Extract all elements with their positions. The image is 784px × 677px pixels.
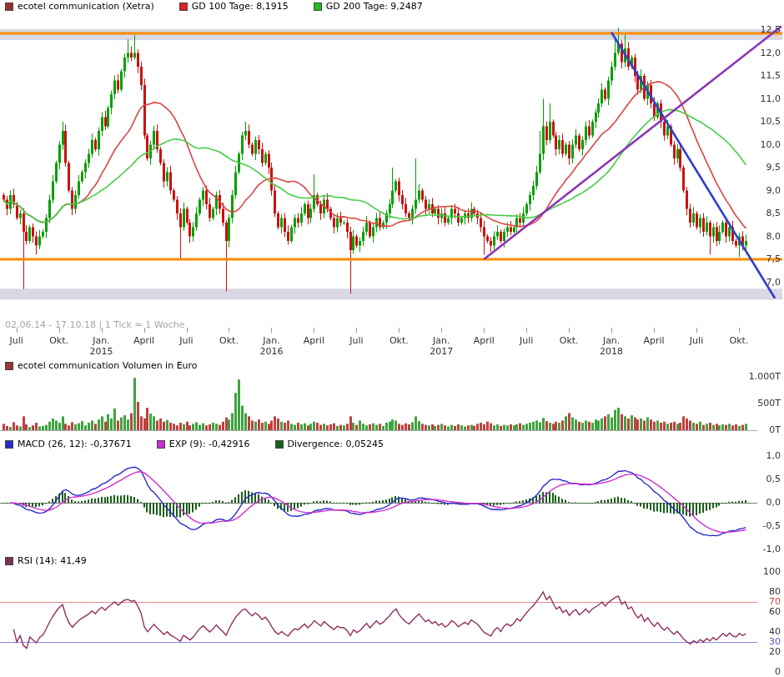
macd-color-swatch <box>5 440 13 449</box>
rsi-legend-label: RSI (14): 41,49 <box>18 555 87 566</box>
instrument-legend-label: ecotel communication (Xetra) <box>18 1 154 12</box>
x-axis-label: April <box>304 335 324 346</box>
gd100-color-swatch <box>179 3 188 11</box>
x-axis-label: Okt. <box>560 335 579 346</box>
main-y-axis-label: 11,5 <box>752 70 781 81</box>
main-y-axis-label: 10,5 <box>752 116 781 127</box>
main-y-axis-label: 12,5 <box>752 24 781 35</box>
x-axis-label: April <box>133 335 154 346</box>
rsi-color-swatch <box>5 557 13 565</box>
rsi-chart-legend: RSI (14): 41,49 <box>5 555 112 566</box>
x-axis-label: Juli <box>179 335 193 346</box>
macd-exp-legend-item: EXP (9): -0,42916 <box>157 439 250 449</box>
x-axis-year: 2017 <box>430 346 453 357</box>
x-axis-label: Jan. <box>263 335 279 346</box>
macd-exp-color-swatch <box>157 440 165 449</box>
x-axis-label: Okt. <box>49 335 68 346</box>
macd-chart-legend: MACD (26, 12): -0,37671 EXP (9): -0,4291… <box>5 439 409 449</box>
main-y-axis-label: 12,0 <box>752 48 781 58</box>
macd-y-axis-label: 1,0 <box>752 450 781 461</box>
x-axis-label: Juli <box>349 335 363 346</box>
gd100-legend-item: GD 100 Tage: 8,1915 <box>179 1 289 12</box>
x-axis-label: April <box>644 335 665 346</box>
gd200-color-swatch <box>314 3 322 11</box>
x-axis-label: Okt. <box>219 335 239 346</box>
main-y-axis-label: 11,0 <box>752 93 781 104</box>
instrument-legend-item: ecotel communication (Xetra) <box>5 1 154 12</box>
macd-divergence-legend-item: Divergence: 0,05245 <box>275 439 384 449</box>
main-y-axis-label: 8,5 <box>752 208 781 218</box>
rsi-y-axis-label: 20 <box>756 646 781 657</box>
rsi-y-axis-label: 100 <box>756 566 781 577</box>
x-axis-label: Jan. <box>603 335 620 346</box>
rsi-y-axis-label: 0 <box>756 666 781 677</box>
main-chart-legend: ecotel communication (Xetra) GD 100 Tage… <box>5 1 448 12</box>
x-axis-year: 2018 <box>600 346 623 357</box>
x-axis-label: Okt. <box>389 335 409 346</box>
main-y-axis-label: 7,0 <box>752 277 781 288</box>
main-y-axis-label: 9,0 <box>752 185 781 196</box>
volume-y-axis-label: 500T <box>741 398 781 409</box>
x-axis-label: Okt. <box>730 335 749 346</box>
x-axis-label: Jan. <box>93 335 109 346</box>
macd-legend-item: MACD (26, 12): -0,37671 <box>5 439 132 449</box>
macd-y-axis-label: 0,5 <box>752 474 781 484</box>
macd-exp-legend-label: EXP (9): -0,42916 <box>169 439 250 449</box>
date-range-note: 02.06.14 - 17.10.18 | 1 Tick = 1 Woche <box>5 319 184 330</box>
volume-color-swatch <box>5 362 13 370</box>
rsi-y-axis-label: 60 <box>756 606 781 617</box>
main-y-axis-label: 7,5 <box>752 253 781 264</box>
volume-y-axis-label: 0T <box>741 424 781 435</box>
main-y-axis-label: 8,0 <box>752 231 781 242</box>
x-axis-label: Juli <box>690 335 703 346</box>
macd-divergence-legend-label: Divergence: 0,05245 <box>288 439 384 449</box>
volume-legend-label: ecotel communication Volumen in Euro <box>18 360 198 371</box>
stock-chart-window: ecotel communication (Xetra) GD 100 Tage… <box>0 0 784 677</box>
x-axis-year: 2015 <box>90 346 113 357</box>
macd-divergence-color-swatch <box>275 440 284 449</box>
gd100-legend-label: GD 100 Tage: 8,1915 <box>192 1 289 12</box>
volume-y-axis-label: 1.000T <box>741 371 781 382</box>
x-axis-label: Juli <box>10 335 23 346</box>
macd-y-axis-label: 0,0 <box>752 497 781 508</box>
volume-chart-legend: ecotel communication Volumen in Euro <box>5 360 223 371</box>
main-y-axis-label: 9,5 <box>752 162 781 173</box>
volume-legend-item: ecotel communication Volumen in Euro <box>5 360 198 371</box>
main-y-axis-label: 10,0 <box>752 139 781 150</box>
x-axis-label: Juli <box>520 335 533 346</box>
x-axis-year: 2016 <box>259 346 283 357</box>
macd-y-axis-label: -1,0 <box>752 544 781 554</box>
x-axis-label: Jan. <box>433 335 450 346</box>
instrument-color-swatch <box>5 3 13 11</box>
macd-legend-label: MACD (26, 12): -0,37671 <box>18 439 132 449</box>
gd200-legend-label: GD 200 Tage: 9,2487 <box>326 1 423 12</box>
macd-y-axis-label: -0,5 <box>752 520 781 531</box>
rsi-legend-item: RSI (14): 41,49 <box>5 555 87 566</box>
x-axis-label: April <box>474 335 495 346</box>
gd200-legend-item: GD 200 Tage: 9,2487 <box>314 1 423 12</box>
